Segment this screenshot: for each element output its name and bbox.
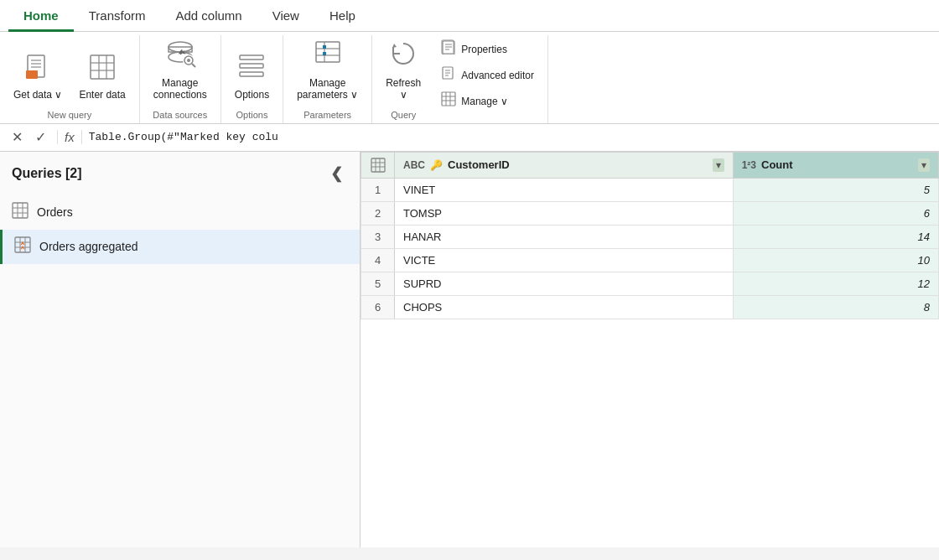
cell-customer-id: SUPRD (395, 272, 734, 295)
table-row: 1VINET5 (361, 178, 939, 201)
ribbon-group-new-query: Get data ∨ Enter data New query (0, 35, 140, 123)
collapse-sidebar-button[interactable]: ❮ (324, 162, 348, 185)
options-button[interactable]: Options (228, 47, 276, 104)
sidebar-title: Queries [2] (12, 166, 82, 181)
cell-count: 14 (733, 225, 938, 248)
cell-customer-id: VICTE (395, 248, 734, 272)
cell-count: 6 (733, 201, 938, 225)
svg-marker-26 (392, 44, 397, 48)
ribbon-group-options: Options Options (221, 35, 283, 123)
data-sources-label: Data sources (153, 108, 207, 123)
orders-aggregated-icon (14, 236, 31, 257)
tab-help[interactable]: Help (314, 0, 371, 32)
properties-icon (441, 39, 456, 59)
options-label: Options (235, 89, 269, 101)
customer-id-key-icon: 🔑 (430, 159, 443, 171)
row-number: 6 (361, 295, 395, 319)
data-area[interactable]: ABC 🔑 CustomerID ▾ 1²3 Count ▾ (361, 152, 939, 547)
svg-rect-27 (443, 41, 454, 54)
fx-label: fx (57, 130, 82, 144)
count-header[interactable]: 1²3 Count ▾ (733, 152, 938, 178)
manage-label: Manage ∨ (461, 96, 508, 107)
table-row: 5SUPRD12 (361, 272, 939, 295)
formula-confirm-button[interactable]: ✓ (30, 127, 50, 148)
row-number: 3 (361, 225, 395, 248)
sidebar: Queries [2] ❮ Orders (0, 152, 361, 547)
svg-rect-36 (442, 92, 455, 106)
customer-id-type-icon: ABC (403, 159, 425, 171)
tab-add-column[interactable]: Add column (160, 0, 257, 32)
cell-customer-id: CHOPS (395, 295, 734, 319)
svg-rect-18 (240, 64, 263, 68)
properties-label: Properties (461, 44, 507, 55)
sidebar-item-orders-aggregated-label: Orders aggregated (39, 240, 138, 253)
cell-customer-id: VINET (395, 178, 734, 201)
svg-point-15 (187, 59, 190, 62)
enter-data-label: Enter data (79, 89, 125, 101)
refresh-icon (388, 39, 418, 75)
sidebar-item-orders[interactable]: Orders (0, 195, 360, 230)
data-table: ABC 🔑 CustomerID ▾ 1²3 Count ▾ (361, 152, 939, 319)
svg-rect-4 (26, 70, 38, 79)
formula-bar: ✕ ✓ fx Table.Group(#"Marked key colu (0, 124, 939, 152)
table-row: 6CHOPS8 (361, 295, 939, 319)
cell-count: 10 (733, 248, 938, 272)
cell-count: 8 (733, 295, 938, 319)
manage-parameters-button[interactable]: Manageparameters ∨ (290, 35, 365, 105)
orders-icon (12, 202, 29, 223)
cell-customer-id: TOMSP (395, 201, 734, 225)
options-icon (236, 50, 267, 86)
get-data-icon (23, 52, 53, 86)
svg-rect-25 (323, 52, 326, 55)
advanced-editor-button[interactable]: Advanced editor (434, 63, 541, 87)
row-number: 1 (361, 178, 395, 201)
customer-id-label: CustomerID (448, 158, 510, 171)
ribbon-group-parameters: Manageparameters ∨ Parameters (283, 35, 372, 123)
refresh-label: Refresh∨ (386, 77, 421, 101)
svg-rect-5 (91, 55, 114, 79)
count-dropdown[interactable]: ▾ (918, 158, 930, 172)
svg-line-16 (192, 64, 195, 67)
svg-rect-46 (15, 237, 30, 252)
sidebar-item-orders-aggregated[interactable]: Orders aggregated (0, 230, 360, 264)
row-number: 4 (361, 248, 395, 272)
manage-connections-icon (163, 39, 197, 75)
manage-connections-label: Manageconnections (153, 77, 207, 101)
options-group-label: Options (236, 108, 268, 123)
tab-transform[interactable]: Transform (74, 0, 161, 32)
enter-data-button[interactable]: Enter data (72, 49, 132, 104)
svg-rect-41 (13, 203, 28, 218)
manage-parameters-icon (313, 39, 343, 75)
sidebar-item-orders-label: Orders (37, 205, 73, 219)
tab-home[interactable]: Home (8, 0, 74, 32)
manage-parameters-label: Manageparameters ∨ (297, 77, 358, 101)
new-query-label: New query (48, 108, 92, 123)
manage-connections-button[interactable]: Manageconnections (147, 35, 214, 105)
tab-view[interactable]: View (257, 0, 314, 32)
get-data-button[interactable]: Get data ∨ (7, 49, 69, 104)
svg-rect-24 (323, 45, 326, 49)
ribbon-group-query: Refresh∨ Query Properties (372, 35, 548, 123)
svg-rect-53 (371, 158, 385, 172)
advanced-editor-icon (441, 65, 456, 85)
tab-bar: Home Transform Add column View Help (0, 0, 939, 32)
table-row: 2TOMSP6 (361, 201, 939, 225)
query-side-buttons: Properties Advanced editor (434, 35, 541, 123)
cell-count: 12 (733, 272, 938, 295)
customer-id-dropdown[interactable]: ▾ (713, 158, 724, 172)
properties-button[interactable]: Properties (434, 37, 541, 61)
select-all-header[interactable] (361, 152, 395, 178)
formula-cancel-button[interactable]: ✕ (7, 127, 27, 148)
ribbon-group-data-sources: Manageconnections Data sources (140, 35, 221, 123)
row-number: 5 (361, 272, 395, 295)
customer-id-header[interactable]: ABC 🔑 CustomerID ▾ (395, 152, 734, 178)
svg-rect-19 (240, 72, 263, 76)
refresh-button[interactable]: Refresh∨ (379, 35, 428, 105)
manage-icon (441, 91, 456, 111)
manage-button[interactable]: Manage ∨ (434, 89, 541, 113)
cell-count: 5 (733, 178, 938, 201)
count-type-icon: 1²3 (742, 159, 756, 171)
count-label: Count (761, 158, 793, 171)
cell-customer-id: HANAR (395, 225, 734, 248)
main-area: Queries [2] ❮ Orders (0, 152, 939, 547)
